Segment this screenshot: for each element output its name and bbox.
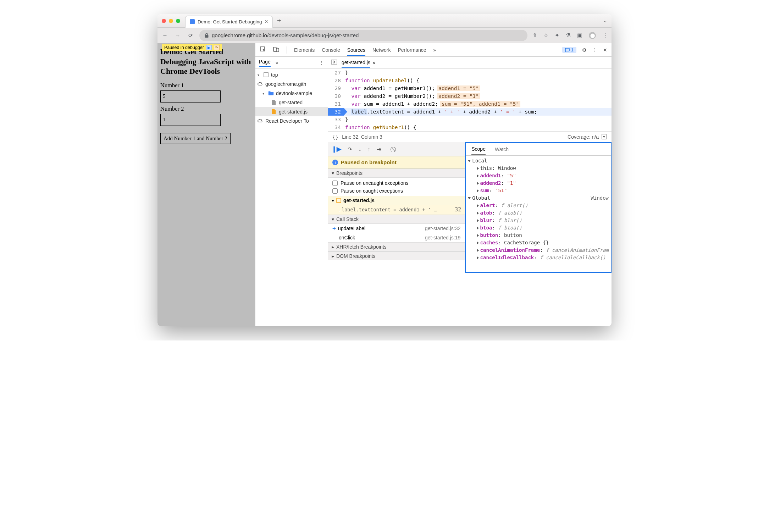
tree-extension[interactable]: React Developer To (255, 116, 328, 126)
tab-performance[interactable]: Performance (398, 44, 426, 56)
tree-top[interactable]: ▾top (255, 70, 328, 79)
navigator-tab-page[interactable]: Page (259, 59, 271, 67)
lock-icon (204, 33, 209, 38)
add-button[interactable]: Add Number 1 and Number 2 (160, 133, 231, 144)
reload-button[interactable]: ⟳ (187, 32, 194, 39)
callstack-frame[interactable]: updateLabelget-started.js:32 (328, 224, 465, 233)
tab-elements[interactable]: Elements (294, 44, 315, 56)
toggle-navigator-icon[interactable] (331, 60, 337, 66)
navigator-menu-icon[interactable]: ⋮ (319, 60, 324, 66)
resume-icon[interactable]: ▶ (206, 45, 212, 50)
tree-file-html[interactable]: get-started (255, 98, 328, 107)
number2-input[interactable] (160, 114, 221, 126)
section-xhr-breakpoints[interactable]: ▸XHR/fetch Breakpoints (328, 242, 465, 251)
share-icon[interactable]: ⇧ (532, 32, 537, 39)
svg-rect-6 (337, 198, 341, 203)
zoom-window-icon[interactable] (176, 19, 180, 23)
toolbar-icons: ⇧ ☆ ✦ ⚗ ▣ ⬤ ⋮ (532, 32, 608, 39)
more-tabs-icon[interactable]: » (433, 47, 436, 53)
step-into-button[interactable]: ↓ (359, 146, 361, 152)
content: Paused in debugger ▶ ↷ Demo: Get Started… (157, 43, 612, 326)
step-over-icon[interactable]: ↷ (214, 45, 220, 50)
coverage-label: Coverage: n/a (568, 134, 599, 140)
inspect-icon[interactable] (260, 46, 266, 54)
tab-console[interactable]: Console (322, 44, 340, 56)
close-devtools-icon[interactable]: ✕ (603, 47, 607, 53)
tree-folder[interactable]: ▾devtools-sample (255, 89, 328, 98)
paused-overlay-text: Paused in debugger (164, 45, 204, 50)
resume-button[interactable]: ❙▶ (332, 145, 341, 153)
sidepanel-icon[interactable]: ▣ (577, 32, 582, 39)
navigator-more-icon[interactable]: » (276, 60, 278, 66)
breakpoint-file[interactable]: ▾get-started.js (328, 196, 465, 205)
bookmark-icon[interactable]: ☆ (543, 32, 548, 39)
scope-watch-pane: Scope Watch Local this: Window addend1: … (465, 142, 612, 273)
section-breakpoints[interactable]: ▾Breakpoints (328, 168, 465, 178)
labs-icon[interactable]: ⚗ (566, 32, 571, 39)
editor-file-tab[interactable]: get-started.js× (342, 57, 375, 68)
url-host: googlechrome.github.io (212, 32, 267, 38)
paused-overlay: Paused in debugger ▶ ↷ (162, 44, 222, 51)
debugger-sidebar: > ❙▶ ↷ ↓ ↑ ⇥ ⃠ i (328, 142, 465, 273)
minimize-window-icon[interactable] (169, 19, 173, 23)
coverage-toggle-icon[interactable]: ▾ (602, 134, 607, 139)
page-heading: Demo: Get Started Debugging JavaScript w… (160, 47, 252, 76)
step-button[interactable]: ⇥ (377, 146, 381, 153)
profile-icon[interactable]: ⬤ (589, 32, 596, 39)
navigator-pane: Page » ⋮ ▾top googlechrome.gith ▾devtool… (255, 57, 328, 326)
tab-sources[interactable]: Sources (347, 44, 365, 56)
toolbar: ← → ⟳ googlechrome.github.io/devtools-sa… (157, 28, 612, 43)
callstack-frame[interactable]: onClickget-started.js:19 (328, 233, 465, 242)
forward-button[interactable]: → (174, 32, 182, 38)
address-bar[interactable]: googlechrome.github.io/devtools-samples/… (199, 30, 527, 41)
browser-tab[interactable]: Demo: Get Started Debugging × (185, 16, 273, 28)
pause-uncaught-checkbox[interactable]: Pause on uncaught exceptions (328, 179, 465, 187)
breakpoint-item[interactable]: label.textContent = addend1 + ' …32 (328, 205, 465, 215)
info-icon: i (332, 160, 338, 165)
svg-rect-2 (276, 48, 279, 52)
tab-network[interactable]: Network (372, 44, 391, 56)
rendered-page: Paused in debugger ▶ ↷ Demo: Get Started… (157, 43, 255, 326)
devtools: Elements Console Sources Network Perform… (255, 43, 612, 326)
menu-icon[interactable]: ⋮ (602, 32, 608, 39)
pause-reason: i Paused on breakpoint (328, 156, 465, 168)
favicon-icon (190, 19, 195, 24)
pretty-print-icon[interactable]: { } (333, 134, 338, 140)
new-tab-button[interactable]: + (277, 17, 281, 25)
close-tab-icon[interactable]: × (265, 18, 268, 25)
issues-badge[interactable]: 1 (562, 47, 576, 53)
tab-watch[interactable]: Watch (495, 146, 509, 152)
debugger-panels: > ❙▶ ↷ ↓ ↑ ⇥ ⃠ i (328, 142, 612, 273)
traffic-lights (162, 19, 180, 23)
tabs-overflow-icon[interactable]: ⌄ (603, 18, 607, 23)
editor-status: { } Line 32, Column 3 Coverage: n/a▾ (328, 131, 612, 142)
section-callstack[interactable]: ▾Call Stack (328, 215, 465, 224)
section-dom-breakpoints[interactable]: ▸DOM Breakpoints (328, 251, 465, 260)
devtools-tabs: Elements Console Sources Network Perform… (255, 43, 612, 57)
number1-label: Number 1 (160, 82, 252, 89)
devtools-menu-icon[interactable]: ⋮ (592, 47, 597, 53)
file-tree: ▾top googlechrome.gith ▾devtools-sample … (255, 69, 328, 126)
scope-view[interactable]: Local this: Window addend1: "5" addend2:… (466, 156, 611, 272)
pause-caught-checkbox[interactable]: Pause on caught exceptions (328, 187, 465, 195)
tree-file-js[interactable]: get-started.js (255, 107, 328, 116)
cursor-position: Line 32, Column 3 (342, 134, 382, 140)
extensions-icon[interactable]: ✦ (555, 32, 559, 39)
svg-rect-3 (565, 48, 569, 51)
tree-domain[interactable]: googlechrome.gith (255, 79, 328, 89)
back-button[interactable]: ← (161, 32, 169, 38)
close-window-icon[interactable] (162, 19, 166, 23)
device-toggle-icon[interactable] (273, 46, 280, 54)
tab-scope[interactable]: Scope (471, 144, 486, 155)
titlebar: Demo: Get Started Debugging × + ⌄ (157, 14, 612, 28)
close-file-icon[interactable]: × (372, 60, 375, 66)
step-over-button[interactable]: ↷ (348, 146, 352, 153)
editor: get-started.js× 27}28function updateLabe… (328, 57, 612, 326)
code-view[interactable]: 27}28function updateLabel() {29 var adde… (328, 69, 612, 131)
svg-rect-4 (264, 73, 268, 77)
step-out-button[interactable]: ↑ (368, 146, 371, 152)
tab-title: Demo: Get Started Debugging (198, 19, 262, 24)
chrome-window: Demo: Get Started Debugging × + ⌄ ← → ⟳ … (157, 14, 612, 326)
number1-input[interactable] (160, 90, 221, 102)
settings-icon[interactable]: ⚙ (582, 47, 587, 53)
